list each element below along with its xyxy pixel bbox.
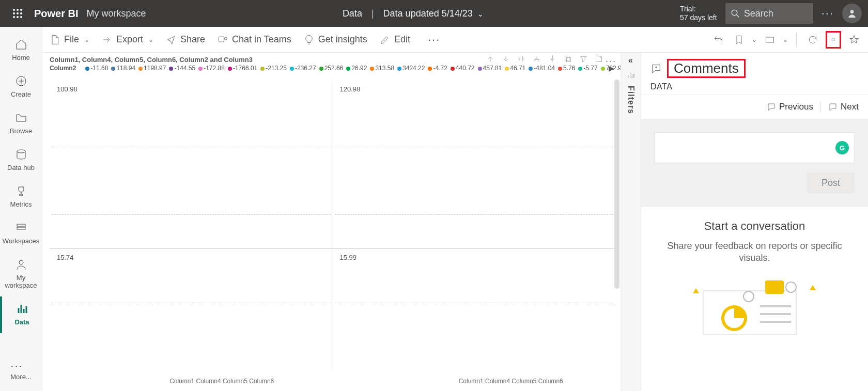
nav-browse[interactable]: Browse <box>0 105 42 142</box>
edit-button[interactable]: Edit <box>380 34 410 45</box>
bookmark-menu[interactable] <box>731 35 747 45</box>
chevron-left-icon[interactable]: « <box>628 56 633 65</box>
file-menu[interactable]: File ⌄ <box>50 34 89 45</box>
header-more-button[interactable]: ··· <box>822 7 834 20</box>
legend-dot[interactable] <box>505 67 509 71</box>
report-canvas: ··· Column1, Column4, Column5, Column6, … <box>42 53 621 391</box>
legend-dot[interactable] <box>558 67 562 71</box>
comments-toggle-button[interactable] <box>826 31 841 49</box>
facet-bottom-left[interactable]: 15.74 <box>50 248 333 370</box>
nav-workspaces[interactable]: Workspaces <box>0 215 42 252</box>
facet-top-left[interactable]: 100.98 <box>50 80 333 248</box>
toolbar-more-button[interactable]: ··· <box>428 33 440 46</box>
legend-dot[interactable] <box>138 67 143 71</box>
get-insights-button[interactable]: Get insights <box>304 34 367 45</box>
svg-rect-20 <box>566 57 570 61</box>
drill-hierarchy-icon[interactable] <box>533 55 541 63</box>
plus-circle-icon <box>15 75 27 87</box>
legend-dot[interactable] <box>370 67 374 71</box>
facet-top-right[interactable]: 120.98 <box>333 80 616 248</box>
search-icon <box>731 9 740 18</box>
nav-create[interactable]: Create <box>0 69 42 105</box>
trial-status: Trial: 57 days left <box>680 5 717 22</box>
nav-my-workspace[interactable]: My workspace <box>0 252 42 296</box>
legend-dot[interactable] <box>346 67 350 71</box>
comments-context: DATA <box>641 82 868 95</box>
svg-rect-21 <box>565 56 569 60</box>
legend-dot[interactable] <box>428 67 432 71</box>
legend-dot[interactable] <box>601 67 605 71</box>
x-axis-label: Column1 Column4 Column5 Column6 <box>459 378 563 385</box>
nav-metrics[interactable]: Metrics <box>0 179 42 215</box>
lightbulb-icon <box>304 35 314 45</box>
undo-icon <box>713 35 723 45</box>
chevron-down-icon[interactable]: ⌄ <box>752 36 757 43</box>
legend-dot[interactable] <box>451 67 455 71</box>
legend-dot[interactable] <box>260 67 265 71</box>
nav-home[interactable]: Home <box>0 32 42 69</box>
view-menu[interactable] <box>762 35 778 45</box>
gridline <box>335 147 614 147</box>
legend-dot[interactable] <box>529 67 533 71</box>
legend-value: 457.81 <box>483 65 502 72</box>
previous-comment-button[interactable]: Previous <box>767 102 813 112</box>
copy-icon[interactable] <box>564 55 572 63</box>
legend-dot[interactable] <box>228 67 232 71</box>
legend-value: 46.71 <box>510 65 525 72</box>
app-header: Power BI My workspace Data | Data update… <box>0 0 868 27</box>
legend-dot[interactable] <box>85 67 89 71</box>
legend-dot[interactable] <box>397 67 401 71</box>
legend-value: -144.55 <box>174 65 195 72</box>
bars-icon <box>16 303 28 315</box>
legend-dot[interactable] <box>290 67 294 71</box>
legend-dot[interactable] <box>578 67 582 71</box>
data-updated-dropdown[interactable]: Data updated 5/14/23 ⌄ <box>383 8 484 19</box>
legend-value: 1198.97 <box>144 65 166 72</box>
arrow-down-icon[interactable] <box>502 55 510 63</box>
favorite-button[interactable] <box>846 35 862 45</box>
facet-bottom-right[interactable]: 15.99 <box>333 248 616 370</box>
facet-value: 15.99 <box>340 254 357 261</box>
share-button[interactable]: Share <box>166 34 205 45</box>
legend-dot[interactable] <box>319 67 323 71</box>
trophy-icon <box>15 185 27 197</box>
comments-title: Comments <box>667 59 746 78</box>
nav-datahub[interactable]: Data hub <box>0 142 42 179</box>
legend-dot[interactable] <box>478 67 482 71</box>
workspace-breadcrumb[interactable]: My workspace <box>87 8 146 19</box>
comment-input[interactable]: G <box>655 132 855 163</box>
legend-dot[interactable] <box>169 67 173 71</box>
chat-teams-button[interactable]: Chat in Teams <box>218 34 291 45</box>
nav-data-report[interactable]: Data <box>0 296 42 333</box>
svg-rect-18 <box>17 227 25 229</box>
canvas-scrollbar[interactable] <box>614 80 619 370</box>
user-avatar-button[interactable] <box>842 4 862 23</box>
undo-button[interactable] <box>710 35 726 45</box>
filter-icon[interactable] <box>579 55 587 63</box>
gridline <box>52 214 331 215</box>
arrow-up-icon[interactable] <box>486 55 494 63</box>
chevron-down-icon[interactable]: ⌄ <box>783 36 788 43</box>
app-launcher-button[interactable] <box>6 8 29 19</box>
post-comment-button[interactable]: Post <box>807 173 855 194</box>
nav-more[interactable]: ··· More... <box>10 349 31 391</box>
legend-dot[interactable] <box>111 67 115 71</box>
grammarly-icon: G <box>835 141 849 154</box>
svg-rect-22 <box>596 56 602 62</box>
person-icon <box>847 8 857 19</box>
export-menu[interactable]: Export ⌄ <box>102 34 153 45</box>
legend-scroll-right[interactable]: ▶ <box>609 64 614 72</box>
legend-value: -5.77 <box>583 65 597 72</box>
pin-icon[interactable] <box>548 55 556 63</box>
search-input[interactable]: Search <box>725 3 813 24</box>
left-nav-rail: Home Create Browse Data hub Metrics Work… <box>0 27 42 391</box>
refresh-button[interactable] <box>805 35 820 45</box>
svg-point-9 <box>732 10 737 15</box>
filters-pane-collapsed[interactable]: « Filters <box>621 53 641 391</box>
next-comment-button[interactable]: Next <box>828 102 859 112</box>
legend-value: -481.04 <box>534 65 555 72</box>
legend-dot[interactable] <box>198 67 203 71</box>
drill-expand-icon[interactable] <box>517 55 525 63</box>
comment-forward-icon <box>828 102 838 112</box>
focus-icon[interactable] <box>595 55 603 63</box>
